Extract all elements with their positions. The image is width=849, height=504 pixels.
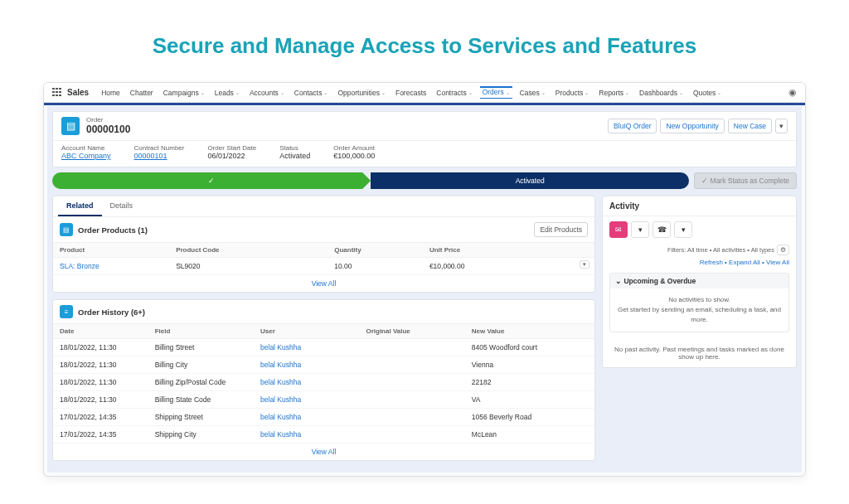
- order-icon: ▤: [61, 117, 80, 135]
- nav-campaigns[interactable]: Campaigns⌄: [161, 87, 207, 99]
- user-link[interactable]: belal Kushha: [260, 361, 366, 369]
- tab-related[interactable]: Related: [58, 196, 102, 216]
- past-activity-msg: No past activity. Past meetings and task…: [603, 339, 796, 367]
- chevron-down-icon: ⌄: [585, 90, 589, 95]
- activity-title: Activity: [603, 196, 796, 216]
- call-menu-button[interactable]: ▾: [674, 221, 692, 238]
- table-row: 17/01/2022, 14:35Shipping Streetbelal Ku…: [53, 409, 594, 426]
- field-order-amount: Order Amount€100,000.00: [333, 144, 375, 160]
- nav-leads[interactable]: Leads⌄: [212, 87, 242, 99]
- order-history-header: ≡ Order History (6+): [53, 300, 594, 323]
- record-header: ▤ Order 00000100 BluIQ Order New Opportu…: [52, 111, 797, 167]
- stage-path: ✓ Activated ✓ Mark Status as Complete: [52, 172, 797, 189]
- col-unit-price: Unit Price: [429, 246, 588, 254]
- nav-contacts[interactable]: Contacts⌄: [292, 87, 331, 99]
- log-call-button[interactable]: ☎: [653, 221, 671, 238]
- stage-done[interactable]: ✓: [52, 172, 371, 189]
- new-case-button[interactable]: New Case: [728, 119, 772, 133]
- view-all-history[interactable]: View All: [53, 443, 594, 460]
- nav-chatter[interactable]: Chatter: [128, 87, 156, 99]
- bluiq-order-button[interactable]: BluIQ Order: [608, 119, 657, 133]
- table-row: 18/01/2022, 11:30Billing State Codebelal…: [53, 391, 594, 409]
- chevron-down-icon: ⌄: [280, 90, 284, 95]
- new-task-button[interactable]: ✉: [609, 221, 628, 238]
- record-number: 00000100: [86, 124, 130, 135]
- col-user: User: [260, 327, 366, 335]
- nav-dashboards[interactable]: Dashboards⌄: [637, 87, 686, 99]
- nav-reports[interactable]: Reports⌄: [596, 87, 632, 99]
- chevron-down-icon: ⌄: [679, 90, 683, 95]
- chevron-down-icon: ⌄: [201, 90, 205, 95]
- col-product-code: Product Code: [176, 246, 334, 254]
- page-title: Secure and Manage Access to Services and…: [43, 33, 806, 59]
- table-row: 18/01/2022, 11:30Billing Citybelal Kushh…: [53, 356, 594, 374]
- gear-icon[interactable]: ⚙: [777, 245, 789, 255]
- nav-cases[interactable]: Cases⌄: [517, 87, 548, 99]
- table-row: SLA: Bronze SL9020 10.00 €10,000.00 ▾: [53, 258, 594, 275]
- col-product: Product: [60, 246, 176, 254]
- chevron-down-icon: ⌄: [506, 90, 510, 95]
- tab-details[interactable]: Details: [102, 196, 142, 216]
- table-row: 18/01/2022, 11:30Billing Streetbelal Kus…: [53, 339, 594, 356]
- chevron-down-icon: ⌄: [717, 90, 721, 95]
- field-status: StatusActivated: [279, 144, 310, 160]
- order-products-header: ▤ Order Products (1) Edit Products: [53, 217, 594, 242]
- app-launcher-icon[interactable]: [52, 88, 62, 98]
- user-link[interactable]: belal Kushha: [260, 378, 366, 386]
- help-icon[interactable]: ◉: [788, 87, 797, 98]
- app-name: Sales: [67, 88, 89, 97]
- table-row: 17/01/2022, 14:35Shipping Citybelal Kush…: [53, 426, 594, 443]
- navbar: Sales Home Chatter Campaigns⌄ Leads⌄ Acc…: [44, 83, 805, 103]
- table-row: 18/01/2022, 11:30Billing Zip/Postal Code…: [53, 374, 594, 391]
- field-order-start-date: Order Start Date06/01/2022: [207, 144, 256, 160]
- col-new-value: New Value: [472, 327, 588, 335]
- view-all-products[interactable]: View All: [53, 275, 594, 292]
- task-menu-button[interactable]: ▾: [631, 221, 649, 238]
- order-history-icon: ≡: [60, 305, 73, 318]
- nav-quotes[interactable]: Quotes⌄: [691, 87, 724, 99]
- nav-accounts[interactable]: Accounts⌄: [247, 87, 287, 99]
- col-date: Date: [60, 327, 155, 335]
- upcoming-overdue: ⌄ Upcoming & Overdue No activities to sh…: [609, 273, 789, 332]
- field-contract-number: Contract Number00000101: [134, 144, 185, 160]
- product-link[interactable]: SLA: Bronze: [60, 262, 176, 270]
- chevron-down-icon: ⌄: [468, 90, 473, 95]
- order-products-icon: ▤: [60, 223, 73, 236]
- user-link[interactable]: belal Kushha: [260, 413, 366, 421]
- more-actions-button[interactable]: ▾: [775, 119, 788, 133]
- user-link[interactable]: belal Kushha: [260, 430, 366, 439]
- col-original-value: Original Value: [366, 327, 471, 335]
- record-tabs: Related Details: [53, 196, 594, 217]
- chevron-down-icon: ⌄: [541, 90, 546, 95]
- col-quantity: Quantity: [334, 246, 429, 254]
- col-field: Field: [155, 327, 260, 335]
- nav-contracts[interactable]: Contracts⌄: [434, 87, 474, 99]
- nav-products[interactable]: Products⌄: [553, 87, 592, 99]
- row-menu-button[interactable]: ▾: [580, 260, 589, 269]
- user-link[interactable]: belal Kushha: [260, 343, 366, 351]
- activity-links[interactable]: Refresh • Expand All • View All: [603, 257, 796, 273]
- nav-orders[interactable]: Orders⌄: [480, 86, 512, 99]
- nav-home[interactable]: Home: [99, 87, 123, 99]
- user-link[interactable]: belal Kushha: [260, 395, 366, 404]
- chevron-down-icon: ⌄: [381, 90, 386, 95]
- chevron-down-icon: ⌄: [625, 90, 629, 95]
- chevron-down-icon: ⌄: [323, 90, 327, 95]
- activity-filter: Filters: All time • All activities • All…: [667, 246, 774, 254]
- stage-current[interactable]: Activated: [371, 172, 689, 189]
- field-account-name: Account NameABC Company: [61, 144, 111, 160]
- edit-products-button[interactable]: Edit Products: [534, 222, 588, 237]
- mark-complete-button[interactable]: ✓ Mark Status as Complete: [694, 172, 797, 189]
- app-frame: Sales Home Chatter Campaigns⌄ Leads⌄ Acc…: [43, 82, 806, 477]
- new-opportunity-button[interactable]: New Opportunity: [660, 119, 724, 133]
- chevron-down-icon: ⌄: [235, 90, 240, 95]
- nav-opportunities[interactable]: Opportunities⌄: [335, 87, 388, 99]
- nav-forecasts[interactable]: Forecasts: [393, 87, 429, 99]
